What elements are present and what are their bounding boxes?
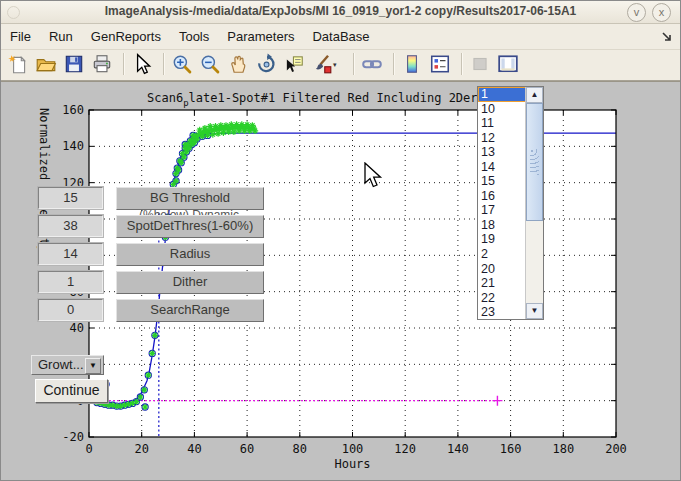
- data-cursor-icon[interactable]: [283, 53, 305, 75]
- field-search-range[interactable]: 0: [38, 299, 103, 321]
- new-document-icon[interactable]: [7, 53, 29, 75]
- listbox-item-16[interactable]: 16: [478, 189, 526, 204]
- svg-text:140: 140: [447, 442, 469, 456]
- button-dither[interactable]: Dither: [116, 271, 264, 294]
- listbox-item-12[interactable]: 12: [478, 131, 526, 146]
- toolbar-separator: [393, 53, 395, 75]
- plot-title: Scan6plate1-Spot#1 Filtered Red Includin…: [147, 91, 514, 108]
- continue-button[interactable]: Continue: [35, 379, 108, 403]
- scroll-grip: [530, 149, 539, 175]
- toolbar-separator: [123, 53, 125, 75]
- app-window: ImageAnalysis-/media/data/ExpJobs/MI 16_…: [0, 0, 681, 481]
- disabled-square-icon: [469, 53, 491, 75]
- mouse-cursor-icon: [364, 162, 384, 192]
- listbox-item-10[interactable]: 10: [478, 102, 526, 117]
- field-bg-threshold[interactable]: 15: [38, 187, 103, 209]
- listbox-item-15[interactable]: 15: [478, 174, 526, 189]
- svg-text:160: 160: [62, 103, 84, 117]
- listbox-item-17[interactable]: 17: [478, 203, 526, 218]
- open-folder-icon[interactable]: [35, 53, 57, 75]
- listbox-items: 110111213141516171819220212223: [478, 87, 526, 320]
- zoom-out-icon[interactable]: [199, 53, 221, 75]
- menubar: FileRunGenReportsToolsParametersDataBase: [1, 24, 680, 50]
- dock-arrow-icon[interactable]: [660, 30, 674, 44]
- listbox-item-22[interactable]: 22: [478, 291, 526, 306]
- colorbar-icon[interactable]: [401, 53, 423, 75]
- figure-area: 020406080100120140160180200-200204060801…: [1, 81, 681, 481]
- scroll-down-icon[interactable]: ▼: [526, 303, 543, 319]
- plottools-icon[interactable]: [497, 53, 519, 75]
- spot-number-listbox[interactable]: 110111213141516171819220212223 ▲ ▼: [477, 86, 544, 320]
- listbox-item-20[interactable]: 20: [478, 262, 526, 277]
- svg-text:-20: -20: [62, 430, 84, 444]
- svg-text:80: 80: [293, 442, 307, 456]
- listbox-item-13[interactable]: 13: [478, 145, 526, 160]
- scroll-thumb[interactable]: [526, 103, 543, 221]
- print-icon[interactable]: [91, 53, 113, 75]
- toolbar-separator: [353, 53, 355, 75]
- chevron-down-icon: ▼: [85, 358, 101, 374]
- toolbar-separator: [461, 53, 463, 75]
- menu-item-tools[interactable]: Tools: [170, 24, 218, 44]
- svg-text:20: 20: [134, 442, 148, 456]
- svg-text:60: 60: [240, 442, 254, 456]
- menu-item-parameters[interactable]: Parameters: [218, 24, 303, 44]
- brush-icon[interactable]: [311, 53, 333, 75]
- svg-text:40: 40: [187, 442, 201, 456]
- button-radius[interactable]: Radius: [116, 243, 264, 266]
- menu-item-run[interactable]: Run: [40, 24, 82, 44]
- rotate-3d-icon[interactable]: [255, 53, 277, 75]
- pan-hand-icon[interactable]: [227, 53, 249, 75]
- svg-text:100: 100: [342, 442, 364, 456]
- button-bg-threshold[interactable]: BG Threshold: [116, 187, 264, 210]
- menu-item-genreports[interactable]: GenReports: [82, 24, 170, 44]
- listbox-item-19[interactable]: 19: [478, 232, 526, 247]
- listbox-item-1[interactable]: 1: [478, 87, 526, 102]
- pointer-icon[interactable]: [131, 53, 153, 75]
- listbox-item-18[interactable]: 18: [478, 218, 526, 233]
- insert-legend-icon[interactable]: [429, 53, 451, 75]
- button-search-range[interactable]: SearchRange: [116, 299, 264, 322]
- scroll-up-icon[interactable]: ▲: [526, 87, 543, 103]
- listbox-item-14[interactable]: 14: [478, 160, 526, 175]
- toolbar-separator: [163, 53, 165, 75]
- svg-text:120: 120: [394, 442, 416, 456]
- listbox-item-2[interactable]: 2: [478, 247, 526, 262]
- save-icon[interactable]: [63, 53, 85, 75]
- menu-item-database[interactable]: DataBase: [303, 24, 378, 44]
- listbox-item-23[interactable]: 23: [478, 305, 526, 320]
- svg-text:140: 140: [62, 139, 84, 153]
- button-spot-det-thres[interactable]: SpotDetThres(1-60%): [116, 215, 264, 238]
- toolbar: ▾: [1, 50, 680, 81]
- svg-text:180: 180: [552, 442, 574, 456]
- link-plots-icon[interactable]: [361, 53, 383, 75]
- listbox-item-11[interactable]: 11: [478, 116, 526, 131]
- growth-plot[interactable]: 020406080100120140160180200-200204060801…: [1, 82, 681, 481]
- listbox-scrollbar[interactable]: ▲ ▼: [525, 87, 543, 319]
- growth-model-dropdown[interactable]: Growt...▼: [31, 355, 104, 375]
- svg-text:Hours: Hours: [334, 457, 370, 471]
- brush-dropdown-caret-icon[interactable]: ▾: [333, 61, 337, 69]
- listbox-item-21[interactable]: 21: [478, 276, 526, 291]
- field-radius[interactable]: 14: [38, 243, 103, 265]
- svg-text:160: 160: [500, 442, 522, 456]
- svg-text:200: 200: [605, 442, 627, 456]
- shade-button[interactable]: v: [627, 3, 646, 22]
- titlebar[interactable]: ImageAnalysis-/media/data/ExpJobs/MI 16_…: [1, 1, 680, 24]
- field-spot-det-thres[interactable]: 38: [38, 215, 103, 237]
- menu-item-file[interactable]: File: [1, 24, 40, 44]
- zoom-in-icon[interactable]: [171, 53, 193, 75]
- close-button[interactable]: x: [652, 3, 671, 22]
- field-dither[interactable]: 1: [38, 271, 103, 293]
- window-title: ImageAnalysis-/media/data/ExpJobs/MI 16_…: [1, 4, 680, 18]
- svg-text:40: 40: [70, 321, 84, 335]
- svg-text:0: 0: [85, 442, 92, 456]
